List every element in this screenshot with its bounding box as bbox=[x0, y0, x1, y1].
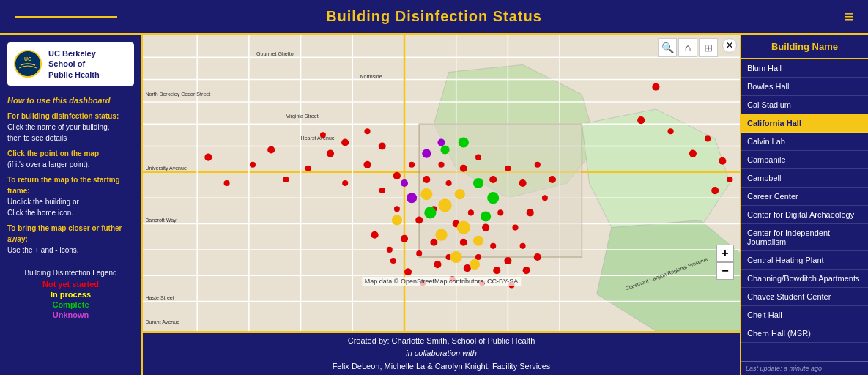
dot-red-far5[interactable] bbox=[705, 135, 711, 141]
dot-purple-1[interactable] bbox=[407, 193, 417, 203]
dot-red-16[interactable] bbox=[460, 165, 467, 172]
building-list-item[interactable]: Career Center bbox=[741, 188, 868, 206]
dot-red-far8[interactable] bbox=[711, 187, 719, 194]
dot-red-23[interactable] bbox=[394, 206, 400, 212]
dot-green-5[interactable] bbox=[440, 145, 449, 154]
building-list-item[interactable]: Center for Independent Journalism bbox=[741, 224, 868, 251]
dot-red-33[interactable] bbox=[371, 231, 379, 239]
dot-red-27[interactable] bbox=[468, 209, 474, 215]
dot-red-10[interactable] bbox=[379, 188, 385, 193]
dot-red-15[interactable] bbox=[446, 180, 452, 186]
zoom-out-button[interactable]: − bbox=[716, 262, 734, 280]
dot-red-18[interactable] bbox=[489, 176, 497, 183]
dot-red-far3[interactable] bbox=[668, 128, 674, 134]
building-list-item[interactable]: Center for Digital Archaeology bbox=[741, 206, 868, 224]
dot-red-41[interactable] bbox=[490, 243, 496, 249]
dot-purple-2[interactable] bbox=[401, 179, 408, 187]
dot-green-3[interactable] bbox=[487, 192, 499, 204]
dot-purple-4[interactable] bbox=[437, 138, 445, 146]
dot-green-6[interactable] bbox=[459, 137, 469, 147]
dot-red-37[interactable] bbox=[430, 239, 437, 246]
building-list-item[interactable]: Campbell bbox=[741, 169, 868, 188]
dot-red-19[interactable] bbox=[505, 166, 511, 171]
dot-yellow-3[interactable] bbox=[455, 189, 465, 199]
building-list-item[interactable]: Calvin Lab bbox=[741, 133, 868, 151]
building-list-item[interactable]: California Hall bbox=[741, 114, 868, 133]
dot-red-32[interactable] bbox=[542, 195, 548, 201]
dot-red-58[interactable] bbox=[523, 267, 530, 274]
dot-yellow-4[interactable] bbox=[435, 229, 447, 241]
dot-red-50[interactable] bbox=[404, 268, 412, 275]
dot-yellow-1[interactable] bbox=[420, 188, 432, 200]
dot-red-56[interactable] bbox=[493, 267, 500, 274]
dot-green-1[interactable] bbox=[424, 207, 436, 218]
dot-red-44[interactable] bbox=[534, 253, 541, 261]
building-list-item[interactable]: Channing/Bowditch Apartments bbox=[741, 270, 868, 288]
dot-red-30[interactable] bbox=[512, 225, 518, 231]
dot-red-43[interactable] bbox=[520, 243, 526, 249]
dot-purple-3[interactable] bbox=[422, 149, 431, 158]
dot-red-22[interactable] bbox=[549, 176, 556, 183]
map-home-button[interactable]: ⌂ bbox=[678, 38, 697, 57]
dot-red-21[interactable] bbox=[535, 162, 541, 168]
map-close-button[interactable]: ✕ bbox=[722, 38, 737, 53]
building-list-item[interactable]: Central Heating Plant bbox=[741, 251, 868, 270]
dot-red-42[interactable] bbox=[504, 257, 511, 264]
building-list-item[interactable]: Bowles Hall bbox=[741, 78, 868, 96]
dot-red-34[interactable] bbox=[387, 247, 393, 253]
dot-red-48[interactable] bbox=[379, 142, 386, 149]
dot-red-7[interactable] bbox=[327, 150, 334, 157]
dot-red-47[interactable] bbox=[364, 128, 370, 134]
dot-red-31[interactable] bbox=[527, 209, 534, 216]
dot-yellow-6[interactable] bbox=[473, 236, 483, 246]
building-list-item[interactable]: Chavez Student Center bbox=[741, 288, 868, 306]
dot-red-39[interactable] bbox=[460, 239, 467, 246]
dot-red-29[interactable] bbox=[497, 209, 503, 215]
building-list-item[interactable]: Cal Stadium bbox=[741, 96, 868, 114]
dot-red-17[interactable] bbox=[475, 155, 481, 160]
dot-green-2[interactable] bbox=[473, 178, 483, 188]
hamburger-menu-icon[interactable]: ≡ bbox=[844, 7, 853, 26]
dot-red-8[interactable] bbox=[342, 180, 348, 186]
dot-red-far1[interactable] bbox=[652, 83, 659, 91]
building-list-item[interactable]: Blum Hall bbox=[741, 59, 868, 78]
dot-red-12[interactable] bbox=[409, 162, 415, 168]
dot-red-3[interactable] bbox=[250, 162, 256, 168]
dot-red-45[interactable] bbox=[320, 132, 326, 138]
zoom-in-button[interactable]: + bbox=[716, 245, 734, 262]
dot-red-9[interactable] bbox=[363, 161, 371, 168]
dot-red-28[interactable] bbox=[482, 224, 489, 231]
map-search-button[interactable]: 🔍 bbox=[658, 38, 677, 57]
dot-yellow-7[interactable] bbox=[450, 251, 462, 263]
dot-red-52[interactable] bbox=[434, 261, 441, 268]
dot-red-35[interactable] bbox=[401, 235, 408, 242]
dot-red-11[interactable] bbox=[393, 172, 401, 179]
building-list-item[interactable]: Cheit Hall bbox=[741, 306, 868, 324]
dot-red-far4[interactable] bbox=[689, 150, 697, 157]
dot-red-far7[interactable] bbox=[727, 177, 732, 182]
dot-yellow-9[interactable] bbox=[392, 215, 402, 225]
dot-red-1[interactable] bbox=[204, 154, 212, 161]
dot-red-2[interactable] bbox=[224, 180, 230, 186]
dot-red-49[interactable] bbox=[390, 258, 396, 264]
dot-red-far2[interactable] bbox=[637, 116, 645, 124]
dot-green-4[interactable] bbox=[481, 211, 491, 221]
dot-red-20[interactable] bbox=[519, 179, 527, 187]
dot-red-5[interactable] bbox=[283, 177, 289, 182]
dot-red-24[interactable] bbox=[415, 216, 423, 223]
dot-red-4[interactable] bbox=[267, 146, 275, 154]
dot-red-13[interactable] bbox=[423, 176, 430, 183]
dot-red-46[interactable] bbox=[341, 138, 349, 146]
building-list-item[interactable]: Chern Hall (MSR) bbox=[741, 324, 868, 343]
map-container[interactable]: 🔍 ⌂ ⊞ ✕ bbox=[143, 35, 740, 331]
dot-red-40[interactable] bbox=[475, 254, 481, 260]
map-layers-button[interactable]: ⊞ bbox=[699, 38, 718, 57]
dot-yellow-5[interactable] bbox=[457, 221, 470, 234]
dot-red-36[interactable] bbox=[416, 250, 422, 256]
dot-yellow-2[interactable] bbox=[438, 198, 451, 212]
dot-red-6[interactable] bbox=[305, 166, 311, 171]
dot-red-far6[interactable] bbox=[719, 157, 726, 165]
dot-yellow-8[interactable] bbox=[470, 259, 480, 270]
dot-red-14[interactable] bbox=[438, 162, 444, 168]
building-list-item[interactable]: Campanile bbox=[741, 151, 868, 169]
